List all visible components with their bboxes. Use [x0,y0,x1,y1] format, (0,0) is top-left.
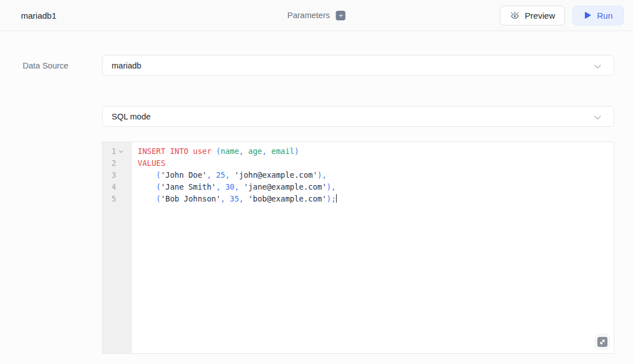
code-line[interactable]: INSERT INTO user (name, age, email) [138,145,608,157]
editor-gutter: 12345 [103,142,132,353]
expand-icon [597,337,607,347]
line-number: 5 [103,193,116,205]
eye-icon [510,11,520,20]
sql-editor: 12345 INSERT INTO user (name, age, email… [102,142,614,354]
code-line[interactable]: ('Jane Smith', 30, 'jane@example.com'), [138,181,608,193]
data-source-label: Data Source [23,61,69,70]
line-number: 4 [103,181,116,193]
run-button[interactable]: Run [572,6,624,25]
data-source-select[interactable]: mariadb [102,55,614,76]
gutter-line: 5 [103,193,132,205]
plus-icon: + [339,11,343,20]
data-source-row: Data Source mariadb [0,55,633,76]
topbar-actions: Preview Run [500,6,624,25]
expand-editor-button[interactable] [595,335,610,349]
data-source-value: mariadb [112,61,141,70]
mode-value: SQL mode [112,112,151,121]
line-number: 1 [103,145,116,157]
preview-button[interactable]: Preview [500,6,565,25]
preview-button-label: Preview [525,11,555,20]
parameters-label: Parameters [287,11,330,20]
mode-row: SQL mode [0,106,633,127]
line-number: 2 [103,157,116,169]
text-cursor [336,194,337,203]
topbar: mariadb1 Parameters + Preview Run [0,0,633,31]
mode-select[interactable]: SQL mode [102,106,614,127]
code-line[interactable]: ('Bob Johnson', 35, 'bob@example.com'); [138,193,608,205]
gutter-line: 3 [103,169,132,181]
line-number: 3 [103,169,116,181]
play-icon [584,11,592,19]
code-line[interactable]: VALUES [138,157,608,169]
chevron-down-icon [594,62,601,69]
add-parameter-button[interactable]: + [336,11,346,20]
chevron-down-icon [594,113,601,120]
gutter-line: 2 [103,157,132,169]
code-line[interactable]: ('John Doe', 25, 'john@example.com'), [138,169,608,181]
parameters-section: Parameters + [287,0,346,31]
query-form: Data Source mariadb SQL mode 12345 INSER… [0,31,633,354]
run-button-label: Run [597,11,613,20]
gutter-line: 4 [103,181,132,193]
editor-code[interactable]: INSERT INTO user (name, age, email)VALUE… [132,142,614,353]
query-title: mariadb1 [21,11,57,20]
gutter-line: 1 [103,145,132,157]
fold-arrow-icon[interactable] [116,145,132,157]
